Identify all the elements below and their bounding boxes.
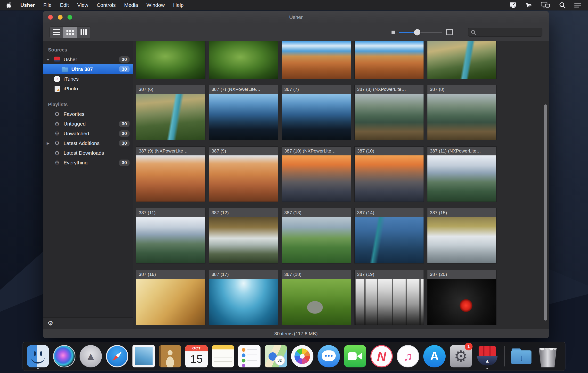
dock-icon-calendar[interactable]: OCT15 (185, 344, 208, 369)
grid-item[interactable]: 387 (11) (136, 208, 205, 263)
grid-item-label: 387 (9) (209, 147, 278, 155)
remove-icon[interactable]: — (62, 320, 67, 327)
status-bar: 30 items (117.6 MB) (43, 329, 549, 338)
title-bar[interactable]: Usher (43, 11, 549, 23)
dock-icon-messages[interactable] (317, 344, 340, 369)
count-badge: 30 (119, 66, 129, 72)
dock-icon-siri[interactable] (53, 344, 76, 369)
grid-thumb-partial[interactable] (427, 41, 496, 79)
grid-item[interactable]: 387 (7) (NXPowerLite… (209, 85, 278, 140)
dock-icon-trash[interactable] (536, 344, 559, 369)
dock-icon-facetime[interactable] (344, 344, 367, 369)
grid-item[interactable]: 387 (15) (427, 208, 496, 263)
sidebar: Sources ▼Usher30Ultra 38730♪iTunesiPhoto… (43, 41, 133, 329)
count-badge: 30 (119, 56, 129, 63)
search-field[interactable] (468, 28, 542, 37)
sidebar-item-iphoto[interactable]: iPhoto (43, 84, 133, 93)
grid-item-label: 387 (16) (136, 270, 205, 279)
vertical-scrollbar-thumb[interactable] (544, 104, 547, 320)
icon-glyph: N (377, 349, 386, 363)
dock-icon-system-preferences[interactable]: ⚙1 (449, 344, 472, 369)
sidebar-item-itunes[interactable]: ♪iTunes (43, 74, 133, 84)
icon-glyph: ↓ (519, 353, 524, 363)
dock-icon-launchpad[interactable]: ▲ (79, 344, 102, 369)
menu-item-view[interactable]: View (77, 2, 88, 8)
dock-icon-mail[interactable] (132, 344, 155, 369)
dock-icon-contacts[interactable] (158, 344, 182, 369)
dock-icon-news[interactable]: N (370, 344, 393, 369)
grid-item[interactable]: 387 (10) (354, 146, 424, 202)
grid-view-button[interactable] (63, 27, 77, 38)
grid-item[interactable]: 387 (6) (136, 85, 205, 140)
dock-icon-finder[interactable] (26, 344, 50, 369)
dock-icon-notes[interactable] (211, 344, 235, 369)
menu-item-controls[interactable]: Controls (97, 2, 116, 8)
grid-item[interactable]: 387 (9) (NXPowerLite… (136, 146, 205, 202)
grid-item-thumbnail (427, 279, 496, 325)
presenter-icon[interactable] (525, 2, 533, 8)
dock-icon-reminders[interactable] (238, 344, 261, 369)
menu-item-file[interactable]: File (43, 2, 52, 8)
grid-thumb-partial[interactable] (136, 41, 205, 79)
notification-list-icon[interactable] (574, 2, 582, 8)
dock-icon-photos[interactable] (291, 344, 314, 369)
grid-item[interactable]: 387 (19) (354, 270, 424, 325)
siri-app-icon (53, 345, 75, 367)
grid-item[interactable]: 387 (8) (427, 85, 496, 140)
menu-item-media[interactable]: Media (124, 2, 138, 8)
sidebar-item-untagged[interactable]: ⚙Untagged30 (43, 119, 133, 129)
menu-item-window[interactable]: Window (147, 2, 165, 8)
dock-icon-itunes[interactable]: ♫ (396, 344, 420, 369)
sidebar-item-everything[interactable]: ⚙Everything30 (43, 158, 133, 168)
disclosure-closed-icon[interactable]: ▶ (43, 141, 53, 145)
grid-thumb-partial[interactable] (209, 41, 278, 79)
menu-item-help[interactable]: Help (173, 2, 184, 8)
dock-icon-downloads[interactable]: ↓ (510, 344, 533, 369)
grid-item[interactable]: 387 (13) (282, 208, 351, 263)
dock-icon-maps[interactable] (264, 344, 287, 369)
sidebar-item-unwatched[interactable]: ⚙Unwatched30 (43, 129, 133, 138)
sidebar-item-favorites[interactable]: ⚙Favorites (43, 109, 133, 119)
sidebar-item-usher[interactable]: ▼Usher30 (43, 55, 133, 64)
news-app-icon: N (370, 345, 393, 367)
grid-thumb-partial[interactable] (354, 41, 424, 79)
grid-item[interactable]: 387 (14) (354, 208, 424, 263)
count-badge: 30 (119, 121, 129, 127)
displays-icon[interactable] (541, 2, 551, 9)
grid-item[interactable]: 387 (8) (NXPowerLite… (354, 85, 424, 140)
grid-item[interactable]: 387 (11) (NXPowerLite… (427, 146, 496, 202)
dock-icon-app-store[interactable]: A (423, 344, 446, 369)
grid-thumb-partial[interactable] (282, 41, 351, 79)
grid-item-thumbnail (209, 217, 278, 263)
count-badge: 30 (119, 160, 129, 166)
menu-item-usher[interactable]: Usher (20, 2, 35, 8)
grid-item[interactable]: 387 (12) (209, 208, 278, 263)
grid-item[interactable]: 387 (17) (209, 270, 278, 325)
grid-item[interactable]: 387 (18) (282, 270, 351, 325)
columns-view-button[interactable] (77, 27, 91, 38)
sidebar-item-latest-additions[interactable]: ▶⚙Latest Additions30 (43, 138, 133, 148)
dock-icon-usher[interactable] (476, 344, 499, 369)
grid-item[interactable]: 387 (16) (136, 270, 205, 325)
dock-icon-safari[interactable] (105, 344, 129, 369)
list-view-button[interactable] (50, 27, 63, 38)
sidebar-item-label: Latest Downloads (63, 150, 133, 156)
grid-item[interactable]: 387 (9) (209, 146, 278, 202)
zoom-slider-knob[interactable] (414, 29, 420, 35)
count-badge: 30 (119, 131, 129, 137)
grid-item[interactable]: 387 (7) (282, 85, 351, 140)
sidebar-item-latest-downloads[interactable]: ⚙Latest Downloads (43, 148, 133, 158)
grid-item[interactable]: 387 (20) (427, 270, 496, 325)
grid-view-icon (66, 30, 68, 32)
disclosure-open-icon[interactable]: ▼ (43, 57, 53, 62)
sidebar-item-ultra-387[interactable]: Ultra 38730 (43, 64, 133, 74)
action-gear-icon[interactable]: ⚙ (48, 319, 53, 327)
menu-item-edit[interactable]: Edit (60, 2, 69, 8)
spotlight-icon[interactable] (559, 2, 566, 9)
zoom-slider[interactable] (399, 29, 442, 35)
search-input[interactable] (478, 30, 540, 35)
grid-item[interactable]: 387 (10) (NXPowerLite… (282, 146, 351, 202)
apple-menu-icon[interactable] (6, 1, 13, 9)
reminders-app-icon (238, 345, 261, 367)
screen-share-icon[interactable] (509, 2, 517, 8)
